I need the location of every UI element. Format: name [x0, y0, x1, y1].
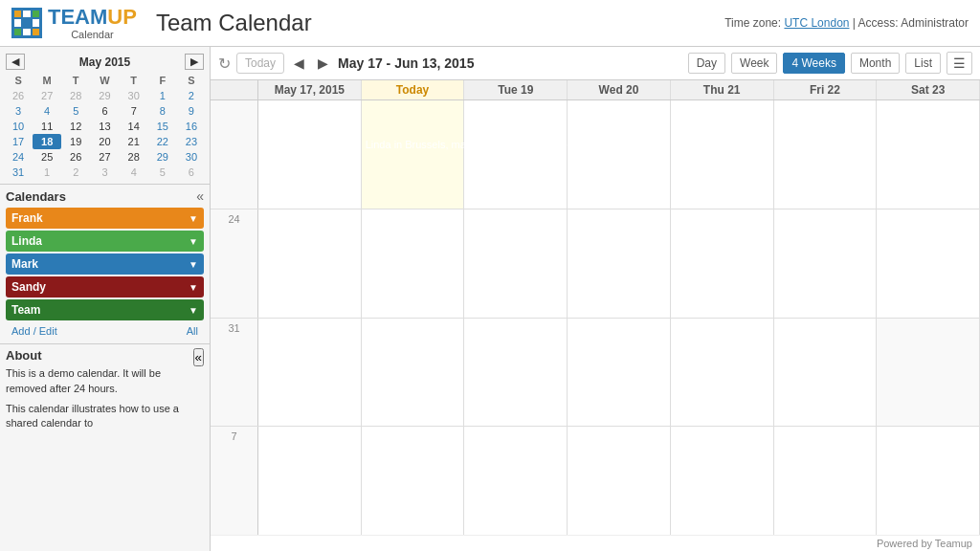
- mini-cal-day[interactable]: 29: [148, 149, 177, 165]
- calendar-dropdown-icon[interactable]: ▼: [189, 305, 198, 316]
- calendar-item-linda[interactable]: Linda▼: [6, 231, 204, 252]
- calendar-item-frank[interactable]: Frank▼: [6, 208, 204, 229]
- mini-cal-day[interactable]: 24: [4, 149, 33, 165]
- mini-cal-day[interactable]: 6: [90, 103, 119, 119]
- mini-cal-day[interactable]: 6: [177, 165, 206, 180]
- timezone-link[interactable]: UTC London: [784, 16, 849, 30]
- event-audit[interactable]: Audit: [774, 211, 878, 226]
- day-cell-may21[interactable]: [671, 100, 774, 209]
- mini-cal-day[interactable]: 29: [90, 88, 119, 103]
- day-cell-may31[interactable]: [258, 319, 362, 427]
- mini-cal-day[interactable]: 17: [4, 134, 33, 149]
- event-linda-brussels[interactable]: Linda in Brussels, marketing practice gr…: [362, 137, 774, 151]
- mini-cal-day[interactable]: 23: [177, 134, 206, 149]
- day-cell-may24[interactable]: [258, 209, 362, 318]
- event-sandy-bru-jun7[interactable]: Sandy in Bru...: [258, 429, 362, 443]
- day-cell-jun10[interactable]: [568, 427, 671, 535]
- day-cell-may30[interactable]: [877, 209, 980, 318]
- mini-cal-day[interactable]: 22: [148, 134, 177, 149]
- event-frank-vacation[interactable]: Frank vacation: [258, 102, 773, 117]
- day-cell-may22[interactable]: [774, 100, 878, 209]
- view-4weeks-button[interactable]: 4 Weeks: [783, 53, 844, 74]
- mini-cal-day[interactable]: 10: [4, 119, 33, 134]
- day-cell-jun9[interactable]: [464, 427, 568, 535]
- mini-cal-day[interactable]: 27: [33, 88, 61, 103]
- event-mark-paris[interactable]: Mark at Paris Expo: [362, 211, 671, 226]
- about-collapse-button[interactable]: «: [193, 348, 204, 366]
- mini-cal-day[interactable]: 11: [33, 119, 61, 134]
- mini-cal-day[interactable]: 9: [177, 103, 206, 119]
- day-cell-jun8[interactable]: [362, 427, 465, 535]
- mini-cal-day[interactable]: 2: [61, 165, 90, 180]
- event-mark-ibc[interactable]: Mark at IBC: [464, 338, 773, 352]
- mini-cal-day[interactable]: 30: [177, 149, 206, 165]
- mini-cal-prev-button[interactable]: ◀: [6, 54, 25, 70]
- mini-cal-day[interactable]: 31: [4, 165, 33, 180]
- mini-cal-day[interactable]: 4: [120, 165, 148, 180]
- day-cell-may17[interactable]: [258, 100, 362, 209]
- day-cell-may19[interactable]: [464, 100, 568, 209]
- calendar-dropdown-icon[interactable]: ▼: [189, 259, 198, 270]
- calendar-dropdown-icon[interactable]: ▼: [189, 213, 198, 224]
- event-linda-vacation[interactable]: Linda vacation: [362, 320, 980, 335]
- view-list-button[interactable]: List: [905, 53, 941, 74]
- mini-cal-day[interactable]: 15: [148, 119, 177, 134]
- settings-button[interactable]: ☰: [947, 52, 972, 75]
- mini-cal-day[interactable]: 16: [177, 119, 206, 134]
- next-period-button[interactable]: ▶: [314, 54, 332, 73]
- add-edit-link[interactable]: Add / Edit: [11, 325, 57, 337]
- mini-cal-day[interactable]: 13: [90, 119, 119, 134]
- mini-cal-next-button[interactable]: ▶: [185, 54, 204, 70]
- day-cell-may23[interactable]: [877, 100, 980, 209]
- mini-cal-day[interactable]: 5: [61, 103, 90, 119]
- mini-cal-day[interactable]: 4: [33, 103, 61, 119]
- mini-cal-day[interactable]: 14: [120, 119, 148, 134]
- all-link[interactable]: All: [187, 325, 198, 337]
- mini-cal-day[interactable]: 26: [4, 88, 33, 103]
- view-week-button[interactable]: Week: [731, 53, 777, 74]
- mini-cal-day[interactable]: 12: [61, 119, 90, 134]
- mini-cal-day[interactable]: 30: [120, 88, 148, 103]
- event-3pm-team-jun1[interactable]: ↻ 3pm Team...: [362, 338, 465, 352]
- mini-cal-day[interactable]: 26: [61, 149, 90, 165]
- mini-cal-day[interactable]: 1: [148, 88, 177, 103]
- mini-cal-day[interactable]: 18: [33, 134, 61, 149]
- mini-cal-day[interactable]: 2: [177, 88, 206, 103]
- mini-cal-day[interactable]: 25: [33, 149, 61, 165]
- calendar-item-team[interactable]: Team▼: [6, 299, 204, 320]
- refresh-button[interactable]: ↻: [218, 55, 231, 73]
- view-day-button[interactable]: Day: [688, 53, 725, 74]
- mini-cal-day[interactable]: 3: [4, 103, 33, 119]
- mini-cal-day[interactable]: 8: [148, 103, 177, 119]
- day-cell-jun12[interactable]: [774, 427, 878, 535]
- calendar-dropdown-icon[interactable]: ▼: [189, 236, 198, 247]
- calendar-item-mark[interactable]: Mark▼: [6, 253, 204, 275]
- mini-cal-day[interactable]: 3: [90, 165, 119, 180]
- mini-cal-day[interactable]: 28: [120, 149, 148, 165]
- mini-cal-day[interactable]: 1: [33, 165, 61, 180]
- mini-cal-day[interactable]: 21: [120, 134, 148, 149]
- event-sandy-brussels-jun[interactable]: Sandy in Brussels: [464, 355, 980, 369]
- event-sandy-berlin[interactable]: Sandy in Berlin: [258, 120, 465, 134]
- mini-cal-day[interactable]: 7: [120, 103, 148, 119]
- event-3pm-team-jun8[interactable]: ↻ 3pm Team...: [362, 429, 465, 443]
- calendars-collapse-button[interactable]: «: [196, 188, 204, 204]
- mini-cal-day[interactable]: 27: [90, 149, 119, 165]
- event-sandy-pmg[interactable]: Sandy at PMG: [464, 229, 568, 243]
- prev-period-button[interactable]: ◀: [290, 54, 308, 73]
- event-3pm-team-may25[interactable]: ↻ 3pm Team...: [362, 229, 465, 243]
- day-cell-may28[interactable]: [671, 209, 774, 318]
- calendar-item-sandy[interactable]: Sandy▼: [6, 276, 204, 298]
- calendar-dropdown-icon[interactable]: ▼: [189, 282, 198, 293]
- mini-cal-day[interactable]: 5: [148, 165, 177, 180]
- day-cell-jun11[interactable]: [671, 427, 774, 535]
- event-sandy-birthday[interactable]: ↻ Sandy's Bi...: [774, 102, 878, 117]
- day-cell-jun13[interactable]: [877, 427, 980, 535]
- powered-by-link[interactable]: Powered by Teamup: [877, 538, 972, 549]
- mini-cal-day[interactable]: 19: [61, 134, 90, 149]
- mini-cal-day[interactable]: 20: [90, 134, 119, 149]
- day-cell-may18[interactable]: [362, 100, 465, 209]
- today-button[interactable]: Today: [236, 53, 284, 74]
- day-cell-jun7[interactable]: [258, 427, 362, 535]
- day-cell-may20[interactable]: [568, 100, 671, 209]
